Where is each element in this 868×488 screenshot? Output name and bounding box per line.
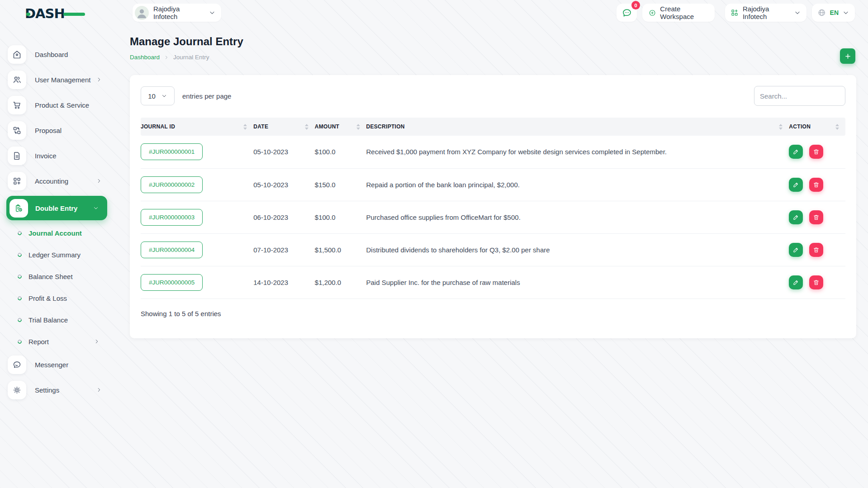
entries-per-page-select[interactable]: 10 (141, 86, 175, 105)
entries-per-page-label: entries per page (182, 92, 231, 100)
company-selector[interactable]: Rajodiya Infotech (725, 4, 806, 22)
top-header: DASH Rajodiya Infotech 0 Create Workspac… (0, 0, 868, 27)
avatar (135, 6, 149, 20)
logo-accent-dash (63, 13, 85, 16)
sidebar-item-invoice[interactable]: Invoice (8, 145, 109, 166)
column-header-description[interactable]: DESCRIPTION (366, 118, 789, 136)
delete-button[interactable] (809, 178, 823, 192)
description-cell: Received $1,000 payment from XYZ Company… (366, 136, 789, 168)
sidebar-item-user-management[interactable]: User Management (8, 69, 109, 90)
cart-icon (12, 100, 22, 110)
journal-id-badge[interactable]: #JUR000000001 (141, 143, 203, 160)
delete-button[interactable] (809, 145, 823, 159)
sidebar-item-double-entry[interactable]: Double Entry (6, 196, 107, 220)
delete-button[interactable] (809, 210, 823, 224)
sort-icon[interactable] (356, 124, 360, 130)
plus-icon (844, 52, 852, 60)
column-header-amount[interactable]: AMOUNT (315, 118, 366, 136)
breadcrumb-current: Journal Entry (173, 54, 209, 61)
column-header-journal-id[interactable]: JOURNAL ID (141, 118, 253, 136)
sort-icon[interactable] (779, 124, 783, 130)
amount-cell: $150.0 (315, 168, 366, 201)
edit-button[interactable] (789, 210, 803, 224)
bullet-icon (17, 317, 23, 323)
add-journal-entry-button[interactable] (840, 48, 855, 64)
table-toolbar: 10 entries per page (141, 86, 845, 106)
search-input[interactable] (754, 86, 845, 106)
brand-name: DASH (25, 6, 65, 21)
sidebar-subitem-report[interactable]: Report (0, 332, 109, 351)
sidebar-item-messenger[interactable]: Messenger (8, 354, 109, 375)
amount-cell: $1,200.0 (315, 266, 366, 298)
double-entry-icon (14, 204, 24, 213)
sidebar-item-proposal[interactable]: Proposal (8, 120, 109, 141)
chevron-right-icon (94, 338, 100, 345)
journal-id-badge[interactable]: #JUR000000002 (141, 176, 203, 193)
sidebar-item-accounting[interactable]: Accounting (8, 171, 109, 191)
bullet-icon (17, 252, 23, 258)
edit-button[interactable] (789, 145, 803, 159)
pencil-icon (792, 214, 799, 221)
date-cell: 07-10-2023 (253, 233, 315, 266)
sort-icon[interactable] (305, 124, 308, 130)
sidebar-item-dashboard[interactable]: Dashboard (8, 44, 109, 65)
sort-icon[interactable] (243, 124, 247, 130)
users-icon (12, 75, 22, 85)
sidebar-item-product-service[interactable]: Product & Service (8, 95, 109, 115)
page-title: Manage Journal Entry (130, 35, 856, 48)
bullet-icon (17, 230, 23, 236)
pencil-icon (792, 246, 799, 253)
delete-button[interactable] (809, 275, 823, 289)
table-row: #JUR000000004 07-10-2023 $1,500.0 Distri… (141, 233, 845, 266)
column-header-action[interactable]: ACTION (789, 118, 845, 136)
date-cell: 05-10-2023 (253, 136, 315, 168)
journal-id-badge[interactable]: #JUR000000005 (141, 274, 203, 291)
home-icon (12, 50, 22, 59)
amount-cell: $1,500.0 (315, 233, 366, 266)
sidebar-subitem-trial-balance[interactable]: Trial Balance (0, 311, 109, 329)
journal-id-badge[interactable]: #JUR000000004 (141, 242, 203, 258)
company-selector-label: Rajodiya Infotech (743, 5, 790, 20)
breadcrumb-dashboard-link[interactable]: Dashboard (130, 54, 160, 61)
description-cell: Paid Supplier Inc. for the purchase of r… (366, 266, 789, 298)
language-label: EN (830, 9, 839, 16)
chevron-down-icon (93, 205, 99, 211)
delete-button[interactable] (809, 243, 823, 257)
chevron-right-icon (96, 76, 102, 83)
accounting-icon (12, 176, 22, 186)
amount-cell: $100.0 (315, 201, 366, 233)
table-row: #JUR000000003 06-10-2023 $100.0 Purchase… (141, 201, 845, 233)
amount-cell: $100.0 (315, 136, 366, 168)
trash-icon (813, 181, 820, 188)
table-row: #JUR000000002 05-10-2023 $150.0 Repaid a… (141, 168, 845, 201)
sidebar-top-items: Dashboard User Management Product & Serv… (0, 44, 111, 220)
language-selector[interactable]: EN (812, 4, 855, 22)
table-header-row: JOURNAL IDDATEAMOUNTDESCRIPTIONACTION (141, 118, 845, 136)
sidebar-subitem-journal-account[interactable]: Journal Account (0, 224, 109, 242)
column-header-date[interactable]: DATE (253, 118, 315, 136)
sidebar: Dashboard User Management Product & Serv… (0, 44, 111, 405)
sidebar-subitem-ledger-summary[interactable]: Ledger Summary (0, 246, 109, 264)
notifications-button[interactable]: 0 (617, 4, 637, 22)
sidebar-subitem-profit-loss[interactable]: Profit & Loss (0, 289, 109, 307)
chevron-down-icon (209, 9, 216, 16)
sort-icon[interactable] (835, 124, 839, 130)
edit-button[interactable] (789, 275, 803, 289)
description-cell: Repaid a portion of the bank loan princi… (366, 168, 789, 201)
create-workspace-button[interactable]: Create Workspace (642, 4, 715, 22)
workspace-selector[interactable]: Rajodiya Infotech (133, 4, 221, 22)
create-workspace-label: Create Workspace (660, 5, 708, 20)
bullet-icon (17, 339, 23, 345)
invoice-icon (12, 151, 22, 161)
sidebar-subitem-balance-sheet[interactable]: Balance Sheet (0, 267, 109, 285)
table-row: #JUR000000005 14-10-2023 $1,200.0 Paid S… (141, 266, 845, 298)
journal-id-badge[interactable]: #JUR000000003 (141, 209, 203, 226)
edit-button[interactable] (789, 243, 803, 257)
journal-entries-table: JOURNAL IDDATEAMOUNTDESCRIPTIONACTION #J… (141, 118, 845, 299)
chevron-down-icon (794, 9, 801, 16)
sidebar-item-settings[interactable]: Settings (8, 379, 109, 400)
globe-icon (817, 8, 826, 17)
chevron-right-icon (96, 178, 102, 184)
edit-button[interactable] (789, 178, 803, 192)
workspace-selector-label: Rajodiya Infotech (153, 5, 204, 20)
